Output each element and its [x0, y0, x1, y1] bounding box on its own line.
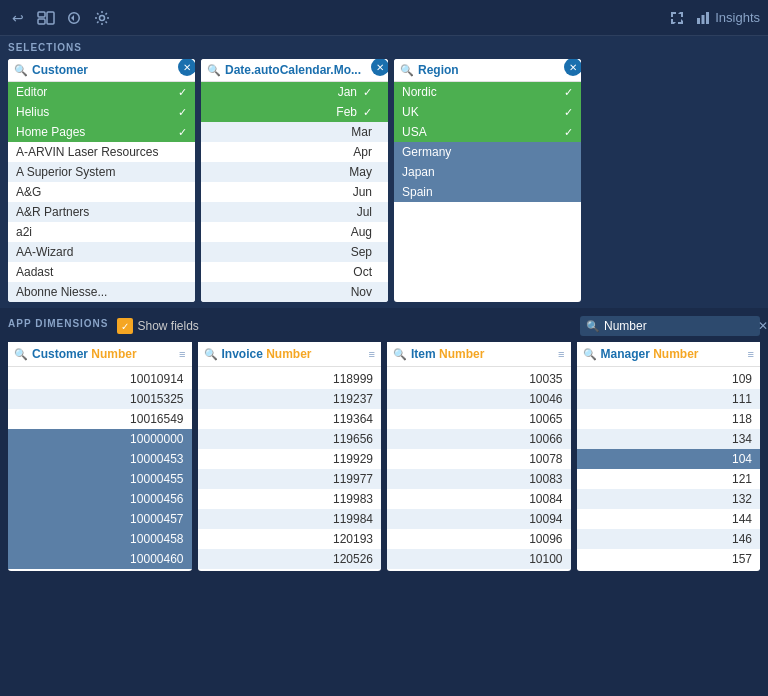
resize-icon[interactable]: [667, 8, 687, 28]
reset-icon[interactable]: [64, 8, 84, 28]
dim-row[interactable]: 10083: [387, 469, 571, 489]
toolbar-left: ↩: [8, 8, 112, 28]
list-item[interactable]: Japan: [394, 162, 581, 182]
app-dim-header: APP DIMENSIONS ✓ Show fields 🔍 ✕: [8, 316, 760, 336]
region-close-button[interactable]: ✕: [564, 59, 581, 76]
list-item[interactable]: Oct: [201, 262, 388, 282]
manager-number-body: 109 111 118 134 104 121 132 144 146 157: [577, 367, 761, 571]
dim-row[interactable]: 119656: [198, 429, 382, 449]
list-item[interactable]: USA✓: [394, 122, 581, 142]
dim-row[interactable]: 10096: [387, 529, 571, 549]
back-icon[interactable]: ↩: [8, 8, 28, 28]
dim-row[interactable]: 144: [577, 509, 761, 529]
dim-row[interactable]: 10000458: [8, 529, 192, 549]
dim-row[interactable]: 119929: [198, 449, 382, 469]
show-fields-toggle[interactable]: ✓ Show fields: [117, 318, 199, 334]
dim-row[interactable]: 118: [577, 409, 761, 429]
list-item[interactable]: Jun: [201, 182, 388, 202]
dim-row[interactable]: 119977: [198, 469, 382, 489]
dim-row[interactable]: 104: [577, 449, 761, 469]
dim-row[interactable]: 132: [577, 489, 761, 509]
list-item[interactable]: Feb✓: [201, 102, 388, 122]
dim-row[interactable]: 10015325: [8, 389, 192, 409]
list-item[interactable]: A Superior System: [8, 162, 195, 182]
dim-row[interactable]: 10000456: [8, 489, 192, 509]
dim-row[interactable]: 10094: [387, 509, 571, 529]
dimensions-search-box[interactable]: 🔍 ✕: [580, 316, 760, 336]
list-item[interactable]: May: [201, 162, 388, 182]
date-close-button[interactable]: ✕: [371, 59, 388, 76]
list-item[interactable]: Home Pages✓: [8, 122, 195, 142]
dim-row[interactable]: 10000460: [8, 549, 192, 569]
list-item[interactable]: Editor✓: [8, 82, 195, 102]
itemnum-menu-icon[interactable]: ≡: [558, 348, 564, 360]
list-item[interactable]: Jan✓: [201, 82, 388, 102]
mnum-menu-icon[interactable]: ≡: [748, 348, 754, 360]
list-item[interactable]: Mar: [201, 122, 388, 142]
inum-menu-icon[interactable]: ≡: [369, 348, 375, 360]
list-item[interactable]: Germany: [394, 142, 581, 162]
list-item[interactable]: AA-Wizard: [8, 242, 195, 262]
dim-row[interactable]: 134: [577, 429, 761, 449]
dim-row[interactable]: 10084: [387, 489, 571, 509]
dim-row[interactable]: 121: [577, 469, 761, 489]
dim-row[interactable]: 10000000: [8, 429, 192, 449]
list-item[interactable]: Jul: [201, 202, 388, 222]
dimensions-search-input[interactable]: [604, 319, 754, 333]
list-item[interactable]: Aadast: [8, 262, 195, 282]
dim-row[interactable]: 10000453: [8, 449, 192, 469]
customer-number-body: 10010914 10015325 10016549 10000000 1000…: [8, 367, 192, 571]
dim-row[interactable]: 10000457: [8, 509, 192, 529]
list-item[interactable]: Sep: [201, 242, 388, 262]
dim-row[interactable]: 157: [577, 549, 761, 569]
insights-button[interactable]: Insights: [695, 10, 760, 26]
dim-row[interactable]: 10000455: [8, 469, 192, 489]
region-card: ✕ 🔍 Region ≡ Nordic✓ UK✓ USA✓ Germany Ja…: [394, 59, 581, 302]
dim-row[interactable]: 10066: [387, 429, 571, 449]
list-item[interactable]: UK✓: [394, 102, 581, 122]
dim-row[interactable]: 10046: [387, 389, 571, 409]
dim-row[interactable]: 10016549: [8, 409, 192, 429]
settings-icon[interactable]: [92, 8, 112, 28]
search-clear-button[interactable]: ✕: [758, 319, 768, 333]
forward-icon[interactable]: [36, 8, 56, 28]
dim-row[interactable]: 10100: [387, 549, 571, 569]
dim-row[interactable]: 118999: [198, 369, 382, 389]
list-item[interactable]: Helius✓: [8, 102, 195, 122]
manager-number-card: 🔍 Manager Number ≡ 109 111 118 134 104 1…: [577, 342, 761, 571]
date-card-title: Date.autoCalendar.Mo...: [225, 63, 372, 77]
dim-row[interactable]: 119983: [198, 489, 382, 509]
dim-row[interactable]: 119364: [198, 409, 382, 429]
item-number-card: 🔍 Item Number ≡ 10035 10046 10065 10066 …: [387, 342, 571, 571]
list-item[interactable]: Nordic✓: [394, 82, 581, 102]
dim-row[interactable]: 10078: [387, 449, 571, 469]
cnum-menu-icon[interactable]: ≡: [179, 348, 185, 360]
dim-row[interactable]: 120526: [198, 549, 382, 569]
customer-card-body: Editor✓ Helius✓ Home Pages✓ A-ARVIN Lase…: [8, 82, 195, 302]
show-fields-checkbox[interactable]: ✓: [117, 318, 133, 334]
invoice-number-title: Invoice Number: [222, 347, 365, 361]
mnum-search-icon: 🔍: [583, 348, 597, 361]
dim-row[interactable]: 10010914: [8, 369, 192, 389]
list-item[interactable]: Abonne Niesse...: [8, 282, 195, 302]
customer-close-button[interactable]: ✕: [178, 59, 195, 76]
list-item[interactable]: A&G: [8, 182, 195, 202]
svg-rect-1: [38, 19, 45, 24]
dim-row[interactable]: 10065: [387, 409, 571, 429]
customer-card: ✕ 🔍 Customer ≡ Editor✓ Helius✓ Home Page…: [8, 59, 195, 302]
list-item[interactable]: A&R Partners: [8, 202, 195, 222]
list-item[interactable]: Spain: [394, 182, 581, 202]
list-item[interactable]: a2i: [8, 222, 195, 242]
list-item[interactable]: Apr: [201, 142, 388, 162]
list-item[interactable]: A-ARVIN Laser Resources: [8, 142, 195, 162]
dim-row[interactable]: 120193: [198, 529, 382, 549]
customer-card-header: 🔍 Customer ≡: [8, 59, 195, 82]
dim-row[interactable]: 146: [577, 529, 761, 549]
dim-row[interactable]: 119237: [198, 389, 382, 409]
list-item[interactable]: Nov: [201, 282, 388, 302]
list-item[interactable]: Aug: [201, 222, 388, 242]
dim-row[interactable]: 109: [577, 369, 761, 389]
dim-row[interactable]: 111: [577, 389, 761, 409]
dim-row[interactable]: 119984: [198, 509, 382, 529]
dim-row[interactable]: 10035: [387, 369, 571, 389]
